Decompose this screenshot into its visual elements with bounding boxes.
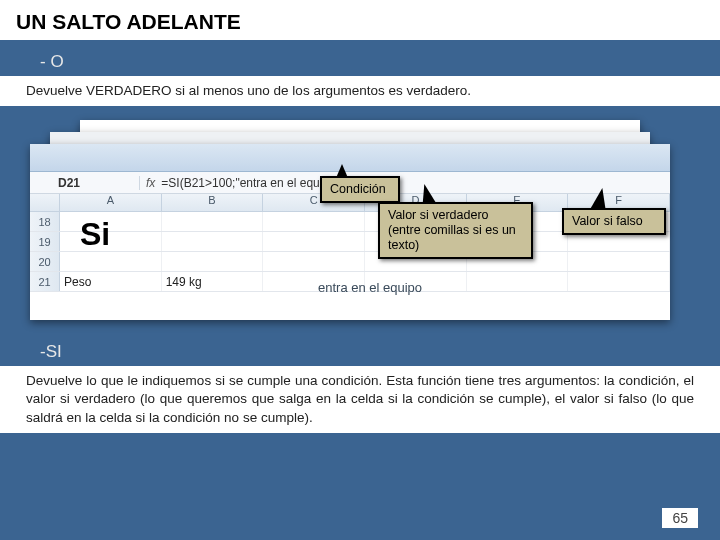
row-header: 20 — [30, 252, 60, 271]
slide-title: UN SALTO ADELANTE — [16, 10, 704, 34]
row-header: 18 — [30, 212, 60, 231]
cell-B21: 149 kg — [162, 272, 264, 291]
section-o-description: Devuelve VERDADERO si al menos uno de lo… — [0, 76, 720, 106]
col-B: B — [162, 194, 264, 211]
callout-condicion: Condición — [320, 176, 400, 203]
section-si-description: Devuelve lo que le indiquemos si se cump… — [0, 366, 720, 433]
section-si-heading: -SI — [0, 330, 720, 366]
excel-row-19: 19 — [30, 232, 670, 252]
row-header: 19 — [30, 232, 60, 251]
callout-verdadero: Valor si verdadero (entre comillas si es… — [378, 202, 533, 259]
col-A: A — [60, 194, 162, 211]
section-o-heading: - O — [0, 40, 720, 76]
excel-ribbon — [30, 144, 670, 172]
fx-icon: fx — [140, 176, 161, 190]
excel-result-text: entra en el equipo — [318, 280, 422, 295]
excel-name-box: D21 — [30, 176, 140, 190]
cell-A21: Peso — [60, 272, 162, 291]
screenshot-stack: D21 fx =SI(B21>100;"entra en el equipo";… — [20, 120, 700, 330]
callout-falso: Valor si falso — [562, 208, 666, 235]
page-number: 65 — [662, 508, 698, 528]
excel-row-20: 20 — [30, 252, 670, 272]
row-header: 21 — [30, 272, 60, 291]
si-label: Si — [80, 216, 110, 253]
excel-corner — [30, 194, 60, 211]
slide-title-band: UN SALTO ADELANTE — [0, 0, 720, 40]
